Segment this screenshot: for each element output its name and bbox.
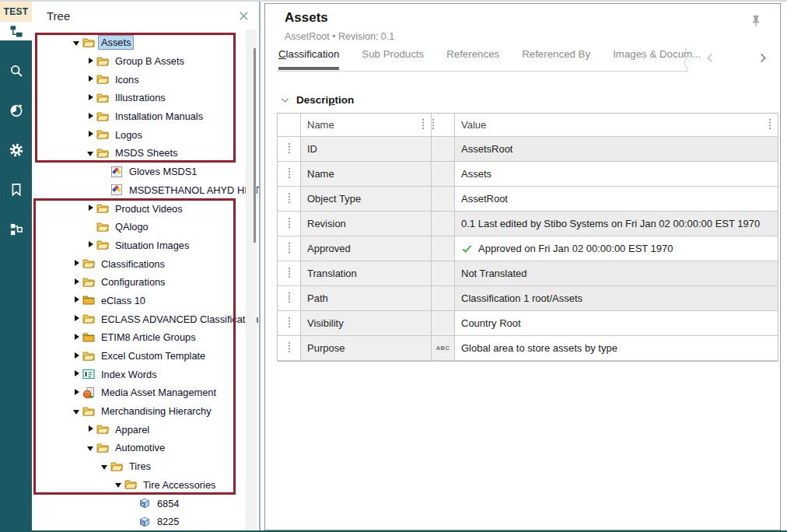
tree-item[interactable]: Apparel	[32, 420, 245, 439]
tree-item[interactable]: Logos	[32, 125, 245, 144]
tree-item[interactable]: Tire Accessories	[32, 476, 245, 495]
row-handle[interactable]	[278, 236, 301, 261]
tree-item-label[interactable]: Merchandising Hierarchy	[99, 404, 214, 418]
row-handle[interactable]	[278, 311, 301, 336]
kebab-icon[interactable]	[288, 167, 291, 181]
tree-item-label[interactable]: Tires	[127, 460, 153, 473]
rail-item-bookmarks[interactable]	[0, 180, 32, 199]
kebab-icon[interactable]	[288, 317, 291, 331]
kebab-icon[interactable]	[288, 217, 291, 231]
tree-item-label[interactable]: MSDS Sheets	[113, 146, 180, 159]
rail-item-search[interactable]	[0, 61, 32, 80]
tabs-scroll-right-icon[interactable]	[757, 52, 769, 65]
tree-item[interactable]: ETIM8 Article Groups	[32, 328, 245, 347]
tree-item[interactable]: Assets	[32, 33, 245, 52]
tree-item-label[interactable]: Index Words	[99, 368, 159, 381]
tree-toggle-icon[interactable]	[86, 149, 96, 158]
tree-item-label[interactable]: eClass 10	[99, 294, 148, 307]
row-handle[interactable]	[278, 162, 301, 187]
tree-toggle-icon[interactable]	[72, 352, 82, 361]
description-section-header[interactable]: Description	[281, 93, 354, 107]
tree-item-label[interactable]: QAlogo	[113, 220, 151, 233]
tree-item[interactable]: Index Words	[32, 365, 245, 383]
close-icon[interactable]	[238, 10, 250, 22]
row-handle[interactable]	[278, 336, 301, 361]
kebab-icon[interactable]	[288, 341, 291, 355]
tree-item-label[interactable]: Assets	[99, 36, 133, 49]
tree-item-label[interactable]: Classifications	[99, 257, 167, 271]
tree-item[interactable]: Automotive	[32, 439, 245, 457]
tree-item-label[interactable]: Apparel	[113, 423, 152, 436]
tree-toggle-icon[interactable]	[86, 93, 96, 103]
kebab-icon[interactable]	[288, 142, 291, 156]
row-handle[interactable]	[278, 212, 301, 236]
rail-item-tree[interactable]	[0, 22, 32, 40]
tree-item-label[interactable]: Gloves MSDS1	[127, 165, 199, 178]
tree-item-label[interactable]: 6854	[155, 497, 181, 510]
tree-item[interactable]: Illustrations	[32, 89, 245, 107]
tree-item-label[interactable]: Automotive	[113, 441, 167, 454]
tree-item-label[interactable]: Illustrations	[113, 91, 168, 104]
attribute-value[interactable]: Not Translated	[455, 261, 778, 286]
tree-toggle-icon[interactable]	[72, 259, 82, 268]
tree-item-label[interactable]: Installation Manuals	[113, 110, 205, 123]
row-handle[interactable]	[278, 286, 301, 311]
tree-item-label[interactable]: Product Videos	[113, 202, 185, 215]
tree-item[interactable]: Installation Manuals	[32, 107, 245, 126]
tree-item-label[interactable]: ETIM8 Article Groups	[99, 331, 198, 344]
attribute-value[interactable]: 0.1 Last edited by Stibo Systems on Fri …	[455, 212, 778, 236]
row-handle[interactable]	[278, 261, 301, 286]
tree-item[interactable]: MSDS Sheets	[32, 144, 245, 163]
tree-toggle-icon[interactable]	[72, 296, 82, 305]
tree-toggle-icon[interactable]	[86, 443, 96, 453]
kebab-icon[interactable]	[768, 118, 771, 132]
tree-item[interactable]: Excel Custom Template	[32, 347, 245, 366]
tree-item[interactable]: Product Videos	[32, 199, 245, 218]
tree-item[interactable]: Group B Assets	[32, 52, 245, 71]
tree-item-label[interactable]: ECLASS ADVANCED Classifications	[99, 313, 266, 326]
row-handle[interactable]	[278, 187, 301, 212]
tree-toggle-icon[interactable]	[72, 369, 82, 379]
pin-icon[interactable]	[749, 14, 763, 31]
tree-toggle-icon[interactable]	[86, 204, 96, 213]
kebab-icon[interactable]	[288, 242, 291, 256]
tab-references[interactable]: References	[446, 48, 499, 67]
tree-item-label[interactable]: Situation Images	[113, 239, 191, 252]
tree-toggle-icon[interactable]	[86, 112, 96, 121]
attribute-value[interactable]: Approved on Fri Jan 02 00:00:00 EST 1970	[455, 236, 778, 261]
kebab-icon[interactable]	[288, 267, 291, 281]
kebab-icon[interactable]	[288, 292, 291, 306]
tree-item-label[interactable]: Group B Assets	[113, 54, 187, 68]
tree-scrollbar-thumb[interactable]	[254, 48, 256, 243]
tree-item[interactable]: 8225	[32, 513, 245, 531]
attribute-value[interactable]: AssetsRoot	[455, 137, 778, 162]
tree-item-label[interactable]: Media Asset Management	[99, 386, 219, 399]
rail-item-settings[interactable]	[0, 141, 32, 159]
tree-toggle-icon[interactable]	[72, 388, 82, 397]
tree-item-label[interactable]: Logos	[113, 128, 145, 142]
tab-referenced-by[interactable]: Referenced By	[522, 48, 590, 67]
tree-item[interactable]: Configurations	[32, 273, 245, 292]
tree-item[interactable]: Tires	[32, 457, 245, 476]
tree-toggle-icon[interactable]	[72, 407, 82, 416]
tree-toggle-icon[interactable]	[72, 278, 82, 287]
tree-item[interactable]: 6854	[32, 494, 245, 513]
attribute-value[interactable]: AssetRoot	[455, 187, 778, 212]
attribute-value[interactable]: Classification 1 root/Assets	[455, 286, 778, 311]
tree-toggle-icon[interactable]	[72, 38, 82, 47]
tree-item[interactable]: Media Asset Management	[32, 383, 245, 402]
tree-item[interactable]: Gloves MSDS1	[32, 163, 245, 181]
tree-toggle-icon[interactable]	[72, 314, 82, 324]
tree-toggle-icon[interactable]	[100, 462, 110, 471]
tab-sub-products[interactable]: Sub Products	[362, 48, 424, 67]
tree-toggle-icon[interactable]	[86, 75, 96, 84]
tab-classification[interactable]: Classification	[278, 48, 339, 70]
tree-item-label[interactable]: Icons	[113, 73, 142, 86]
tree-toggle-icon[interactable]	[114, 480, 124, 489]
tree-item[interactable]: QAlogo	[32, 218, 245, 236]
tree-toggle-icon[interactable]	[86, 130, 96, 139]
kebab-icon[interactable]	[421, 118, 425, 132]
tree-item-label[interactable]: Configurations	[99, 275, 168, 289]
tree-item[interactable]: eClass 10	[32, 292, 245, 310]
rail-item-history[interactable]	[0, 101, 32, 120]
